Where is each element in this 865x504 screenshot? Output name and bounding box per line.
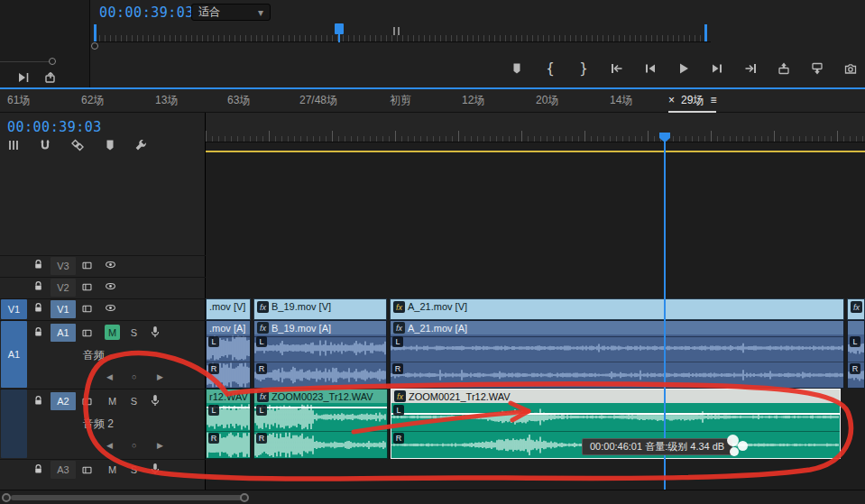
tab-sequence-0[interactable]: 61场 bbox=[7, 89, 30, 112]
time-ruler[interactable] bbox=[206, 113, 865, 142]
horizontal-scrollbar[interactable] bbox=[0, 490, 865, 504]
scrollbar-right-handle[interactable] bbox=[240, 493, 249, 502]
video-clip[interactable]: fx B_19.mov [V] bbox=[253, 298, 387, 320]
source-patch-empty[interactable] bbox=[1, 389, 27, 458]
timeline-playhead-line[interactable] bbox=[664, 133, 666, 490]
mark-out-button[interactable]: } bbox=[574, 59, 594, 78]
next-keyframe-icon[interactable]: ▶ bbox=[157, 372, 163, 381]
toggle-track-output-eye-icon[interactable] bbox=[105, 280, 116, 295]
voiceover-mic-icon[interactable] bbox=[148, 462, 162, 476]
tab-sequence-6[interactable]: 12场 bbox=[462, 89, 484, 112]
audio-clip[interactable]: fxA_21.mov [A] L R bbox=[390, 320, 844, 389]
tab-sequence-active[interactable]: × 29场 ≡ bbox=[668, 89, 716, 113]
zoom-level-select[interactable]: 适合 ▾ bbox=[191, 4, 271, 21]
audio-clip[interactable]: .mov [A] L R bbox=[206, 320, 251, 389]
audio-clip[interactable]: fxB_19.mov [A] L R bbox=[253, 320, 387, 389]
work-area-bar[interactable] bbox=[206, 151, 865, 152]
track-name-a3[interactable]: A3 bbox=[51, 461, 76, 479]
video-clip[interactable]: fx bbox=[847, 298, 865, 320]
lock-icon[interactable] bbox=[32, 395, 44, 409]
volume-rubber-band[interactable] bbox=[391, 336, 843, 337]
track-patch-icon[interactable] bbox=[81, 260, 93, 274]
scrollbar-thumb[interactable] bbox=[11, 495, 244, 500]
export-media-icon[interactable] bbox=[43, 70, 58, 85]
step-forward-button[interactable] bbox=[707, 59, 727, 78]
toggle-track-output-eye-icon[interactable] bbox=[105, 302, 116, 316]
program-scrubber[interactable] bbox=[94, 24, 711, 42]
mute-button-a3[interactable]: M bbox=[105, 462, 120, 477]
extract-button[interactable] bbox=[807, 59, 827, 78]
volume-rubber-band[interactable] bbox=[254, 336, 386, 337]
timeline-timecode[interactable]: 00:00:39:03 bbox=[7, 119, 102, 135]
toggle-track-output-eye-icon[interactable] bbox=[105, 259, 116, 273]
mini-zoom-handle[interactable] bbox=[49, 58, 56, 65]
track-name-v1[interactable]: V1 bbox=[51, 300, 76, 318]
track-name-a2[interactable]: A2 bbox=[51, 392, 76, 410]
lock-icon[interactable] bbox=[32, 280, 44, 295]
lock-icon[interactable] bbox=[32, 463, 44, 478]
lock-icon[interactable] bbox=[32, 326, 44, 341]
go-to-in-button[interactable] bbox=[607, 59, 627, 78]
export-frame-button[interactable] bbox=[841, 59, 860, 78]
tab-sequence-2[interactable]: 13场 bbox=[155, 89, 178, 112]
track-patch-icon[interactable] bbox=[81, 281, 93, 296]
audio-clip[interactable]: L R bbox=[847, 320, 865, 389]
timeline-settings-wrench-icon[interactable] bbox=[133, 138, 148, 152]
play-in-to-out-icon[interactable] bbox=[16, 70, 31, 85]
track-name-v3[interactable]: V3 bbox=[51, 257, 76, 275]
step-back-button[interactable] bbox=[640, 59, 660, 78]
panel-menu-icon[interactable]: ≡ bbox=[710, 89, 716, 112]
source-patch-audio[interactable]: A1 bbox=[1, 321, 27, 388]
tab-sequence-8[interactable]: 14场 bbox=[610, 89, 632, 112]
prev-keyframe-icon[interactable]: ◀ bbox=[106, 441, 113, 450]
source-patch-video[interactable]: V1 bbox=[1, 299, 27, 319]
scrollbar-left-handle[interactable] bbox=[2, 493, 11, 502]
audio-clip[interactable]: r12.WAV L R bbox=[206, 389, 251, 459]
mark-in-button[interactable]: { bbox=[540, 59, 560, 78]
solo-button-a1[interactable]: S bbox=[126, 325, 142, 340]
go-to-out-button[interactable] bbox=[741, 59, 760, 78]
volume-rubber-band-dragged[interactable] bbox=[391, 413, 840, 415]
tab-sequence-1[interactable]: 62场 bbox=[81, 89, 104, 112]
linked-selection-icon[interactable] bbox=[70, 138, 85, 152]
mute-button-a1[interactable]: M bbox=[105, 325, 120, 340]
monitor-zoom-handle[interactable] bbox=[91, 42, 98, 50]
mute-button-a2[interactable]: M bbox=[105, 393, 120, 408]
program-timecode[interactable]: 00:00:39:03 bbox=[99, 5, 194, 21]
add-keyframe-icon[interactable]: ○ bbox=[132, 372, 136, 381]
tab-sequence-5[interactable]: 初剪 bbox=[390, 89, 411, 112]
solo-button-a3[interactable]: S bbox=[126, 462, 142, 477]
track-patch-icon[interactable] bbox=[81, 303, 93, 317]
sequence-insert-icon[interactable] bbox=[7, 138, 22, 152]
mini-zoom-track[interactable] bbox=[0, 61, 56, 62]
next-keyframe-icon[interactable]: ▶ bbox=[157, 441, 163, 450]
track-name-a1[interactable]: A1 bbox=[51, 324, 76, 342]
play-button[interactable] bbox=[674, 59, 694, 78]
lock-icon[interactable] bbox=[32, 302, 44, 316]
snap-magnet-icon[interactable] bbox=[38, 138, 52, 152]
add-keyframe-icon[interactable]: ○ bbox=[132, 441, 136, 450]
close-icon[interactable]: × bbox=[668, 89, 675, 112]
video-clip[interactable]: fx A_21.mov [V] bbox=[390, 298, 844, 320]
add-marker-button[interactable] bbox=[507, 59, 527, 78]
monitor-playhead[interactable] bbox=[335, 23, 344, 34]
lock-icon[interactable] bbox=[32, 259, 44, 273]
lift-button[interactable] bbox=[774, 59, 794, 78]
voiceover-mic-icon[interactable] bbox=[148, 325, 162, 339]
prev-keyframe-icon[interactable]: ◀ bbox=[106, 372, 113, 381]
tab-sequence-7[interactable]: 20场 bbox=[536, 89, 558, 112]
solo-button-a2[interactable]: S bbox=[126, 393, 142, 408]
track-patch-icon[interactable] bbox=[81, 327, 93, 342]
voiceover-mic-icon[interactable] bbox=[148, 393, 162, 408]
tab-sequence-3[interactable]: 63场 bbox=[227, 89, 250, 112]
tab-sequence-4[interactable]: 27/48场 bbox=[299, 89, 337, 112]
timeline-panel: 00:00:39:03 V3 V2 V1 V1 bbox=[0, 113, 865, 490]
add-marker-icon[interactable] bbox=[103, 138, 117, 152]
track-patch-icon[interactable] bbox=[81, 396, 93, 410]
audio-clip[interactable]: fxZOOM0023_Tr12.WAV L R bbox=[253, 389, 388, 459]
track-patch-icon[interactable] bbox=[81, 464, 93, 479]
volume-rubber-band[interactable] bbox=[254, 407, 387, 408]
video-clip[interactable]: .mov [V] bbox=[206, 298, 251, 320]
channel-right-badge: R bbox=[392, 363, 403, 374]
track-name-v2[interactable]: V2 bbox=[51, 279, 76, 297]
